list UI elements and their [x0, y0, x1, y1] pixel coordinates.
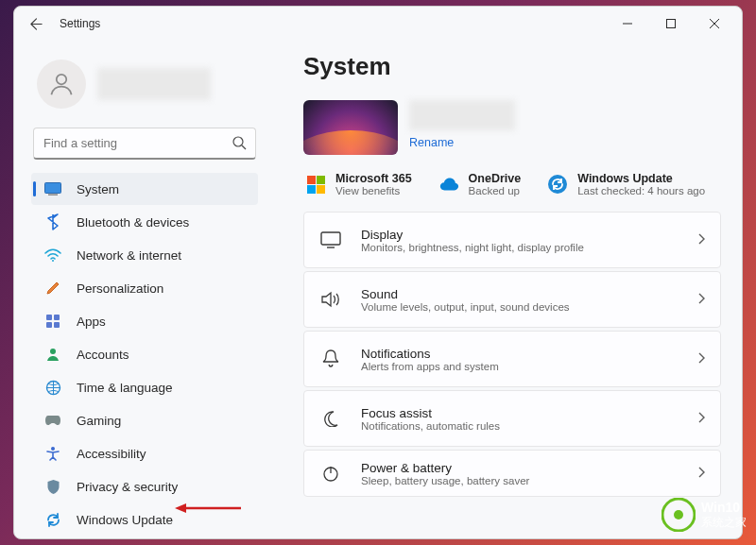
- user-icon: [47, 70, 76, 98]
- item-title: Focus assist: [361, 406, 500, 420]
- settings-item-sound[interactable]: Sound Volume levels, output, input, soun…: [303, 271, 721, 328]
- svg-point-13: [548, 175, 567, 194]
- watermark-line1: Win10: [701, 500, 747, 515]
- item-title: Notifications: [361, 347, 499, 361]
- svg-rect-4: [48, 195, 58, 196]
- status-onedrive[interactable]: OneDrive Backed up: [438, 172, 522, 196]
- svg-point-5: [52, 260, 54, 262]
- status-title: Microsoft 365: [335, 172, 412, 185]
- svg-point-1: [57, 75, 67, 85]
- svg-rect-7: [54, 315, 60, 320]
- window-title: Settings: [60, 17, 100, 30]
- sidebar-item-accounts[interactable]: Accounts: [31, 338, 258, 370]
- settings-item-notifications[interactable]: Notifications Alerts from apps and syste…: [303, 331, 721, 387]
- sidebar-item-time-language[interactable]: Time & language: [31, 371, 258, 403]
- maximize-button[interactable]: [649, 9, 693, 38]
- item-sub: Notifications, automatic rules: [361, 420, 500, 432]
- rename-link[interactable]: Rename: [409, 136, 515, 149]
- sidebar-item-label: Personalization: [77, 281, 163, 296]
- search-input[interactable]: [33, 128, 256, 160]
- status-sub: View benefits: [335, 185, 412, 196]
- svg-rect-8: [46, 322, 52, 328]
- device-name-redacted: [409, 100, 515, 130]
- page-title: System: [303, 52, 721, 81]
- globe-clock-icon: [44, 379, 61, 396]
- moon-icon: [319, 407, 342, 430]
- update-icon: [44, 511, 61, 528]
- sidebar-item-personalization[interactable]: Personalization: [31, 272, 258, 304]
- sidebar-item-label: Accessibility: [77, 447, 146, 461]
- settings-item-power-battery[interactable]: Power & battery Sleep, battery usage, ba…: [303, 450, 721, 497]
- arrow-left-icon: [29, 17, 43, 31]
- minimize-button[interactable]: [606, 9, 649, 38]
- close-button[interactable]: [693, 9, 736, 38]
- svg-rect-6: [46, 315, 52, 320]
- paintbrush-icon: [44, 280, 61, 297]
- item-title: Display: [361, 228, 584, 242]
- power-icon: [319, 462, 342, 485]
- watermark-logo-icon: [662, 498, 696, 532]
- watermark-line2: 系统之家: [701, 515, 747, 531]
- settings-item-display[interactable]: Display Monitors, brightness, night ligh…: [303, 212, 721, 268]
- update-status-icon: [547, 174, 568, 195]
- status-title: Windows Update: [577, 172, 705, 185]
- accessibility-icon: [44, 445, 61, 462]
- microsoft-logo-icon: [305, 174, 326, 195]
- sidebar-item-label: Accounts: [77, 348, 129, 362]
- chevron-right-icon: [697, 410, 705, 427]
- sidebar-item-privacy[interactable]: Privacy & security: [31, 470, 258, 502]
- sidebar-item-label: Time & language: [77, 381, 173, 395]
- sidebar-item-bluetooth[interactable]: Bluetooth & devices: [31, 206, 258, 238]
- sidebar-item-label: Bluetooth & devices: [77, 215, 189, 230]
- chevron-right-icon: [697, 231, 705, 248]
- item-title: Power & battery: [361, 461, 529, 475]
- sound-icon: [319, 288, 342, 311]
- back-button[interactable]: [20, 8, 52, 40]
- item-title: Sound: [361, 287, 570, 301]
- nav-list: System Bluetooth & devices Network & int…: [31, 173, 258, 536]
- status-title: OneDrive: [469, 172, 522, 185]
- status-sub: Last checked: 4 hours ago: [577, 185, 705, 196]
- status-microsoft365[interactable]: Microsoft 365 View benefits: [305, 172, 412, 196]
- user-name-redacted: [97, 68, 211, 100]
- svg-rect-9: [54, 322, 60, 328]
- sidebar-item-label: Gaming: [77, 414, 121, 428]
- sidebar-item-gaming[interactable]: Gaming: [31, 404, 258, 436]
- svg-point-19: [674, 510, 683, 519]
- bell-icon: [319, 348, 342, 370]
- close-icon: [710, 19, 719, 28]
- item-sub: Monitors, brightness, night light, displ…: [361, 242, 584, 253]
- sidebar-item-label: System: [77, 182, 119, 196]
- sidebar-item-network[interactable]: Network & internet: [31, 239, 258, 271]
- user-account-row[interactable]: [31, 48, 258, 128]
- sidebar-item-label: Privacy & security: [77, 480, 178, 494]
- onedrive-icon: [438, 174, 459, 195]
- chevron-right-icon: [697, 350, 705, 367]
- svg-rect-14: [321, 232, 340, 245]
- settings-item-focus-assist[interactable]: Focus assist Notifications, automatic ru…: [303, 390, 721, 447]
- avatar: [37, 60, 86, 109]
- minimize-icon: [623, 19, 632, 28]
- maximize-icon: [666, 19, 676, 28]
- item-sub: Volume levels, output, input, sound devi…: [361, 301, 570, 313]
- sidebar-item-label: Network & internet: [77, 248, 181, 263]
- gaming-icon: [44, 412, 61, 429]
- shield-icon: [44, 478, 61, 495]
- wifi-icon: [44, 247, 61, 264]
- sidebar-item-apps[interactable]: Apps: [31, 305, 258, 337]
- chevron-right-icon: [697, 291, 705, 308]
- sidebar-item-windows-update[interactable]: Windows Update: [31, 503, 258, 536]
- status-sub: Backed up: [469, 185, 522, 196]
- svg-point-12: [51, 447, 55, 451]
- svg-rect-3: [45, 183, 61, 194]
- system-icon: [44, 180, 61, 197]
- desktop-preview: [303, 100, 398, 155]
- sidebar-item-system[interactable]: System: [31, 173, 258, 205]
- accounts-icon: [44, 346, 61, 363]
- search-icon: [232, 135, 247, 154]
- bluetooth-icon: [44, 213, 61, 230]
- svg-point-2: [233, 137, 243, 146]
- sidebar-item-accessibility[interactable]: Accessibility: [31, 437, 258, 469]
- status-windows-update[interactable]: Windows Update Last checked: 4 hours ago: [547, 172, 705, 196]
- svg-rect-0: [667, 20, 676, 28]
